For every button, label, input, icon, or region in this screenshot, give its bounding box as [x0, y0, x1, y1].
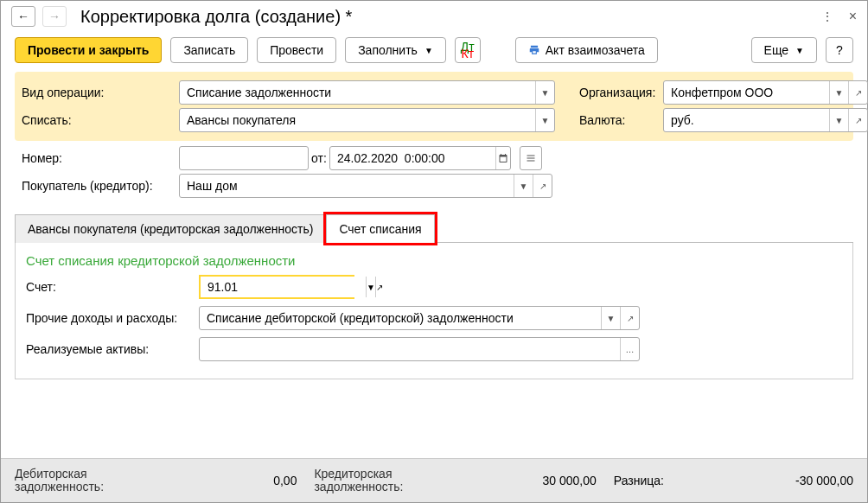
other-income-label: Прочие доходы и расходы:: [26, 311, 199, 325]
assets-label: Реализуемые активы:: [26, 342, 199, 356]
post-button[interactable]: Провести: [257, 37, 336, 63]
dropdown-icon[interactable]: ▼: [829, 109, 848, 131]
org-label: Организация:: [572, 86, 663, 99]
kebab-icon[interactable]: ⋮: [821, 10, 833, 23]
close-icon[interactable]: ×: [849, 9, 857, 24]
dropdown-icon[interactable]: ▼: [535, 109, 554, 131]
section-title: Счет списания кредиторской задолженности: [26, 253, 842, 268]
buyer-label: Покупатель (кредитор):: [15, 179, 179, 193]
chevron-down-icon: ▼: [424, 46, 433, 55]
currency-input[interactable]: [664, 109, 829, 131]
other-income-input[interactable]: [200, 307, 601, 329]
printer-icon: [528, 44, 540, 56]
dropdown-icon[interactable]: ▼: [514, 175, 533, 197]
calendar-icon[interactable]: [495, 147, 510, 169]
open-icon[interactable]: ↗: [848, 109, 867, 131]
currency-label: Валюта:: [572, 113, 663, 127]
offset-act-button[interactable]: Акт взаимозачета: [515, 37, 658, 63]
buyer-input[interactable]: [180, 175, 514, 197]
save-button[interactable]: Записать: [170, 37, 248, 63]
help-button[interactable]: ?: [826, 37, 853, 63]
date-label: от:: [309, 151, 329, 165]
diff-value: -30 000,00: [795, 474, 853, 487]
account-input[interactable]: [201, 277, 366, 297]
dtkt-button[interactable]: ДтКт: [455, 37, 481, 63]
tab-advances[interactable]: Авансы покупателя (кредиторская задолжен…: [15, 214, 326, 243]
nav-forward-button[interactable]: →: [42, 6, 67, 27]
page-title: Корректировка долга (создание) *: [80, 7, 352, 27]
open-icon[interactable]: ↗: [375, 277, 383, 297]
assets-input[interactable]: [200, 338, 620, 360]
debit-value: 0,00: [273, 474, 297, 487]
post-and-close-button[interactable]: Провести и закрыть: [15, 37, 162, 63]
more-button[interactable]: Еще▼: [751, 37, 817, 63]
account-label: Счет:: [26, 280, 199, 294]
open-icon[interactable]: ↗: [533, 175, 552, 197]
open-icon[interactable]: ↗: [620, 307, 639, 329]
writeoff-label: Списать:: [15, 113, 179, 127]
dropdown-icon[interactable]: ▼: [535, 81, 554, 104]
writeoff-input[interactable]: [180, 109, 535, 131]
list-icon-button[interactable]: [520, 146, 542, 170]
dropdown-icon[interactable]: ▼: [829, 81, 848, 104]
chevron-down-icon: ▼: [795, 46, 804, 55]
tab-writeoff-account[interactable]: Счет списания: [326, 214, 434, 243]
ellipsis-icon[interactable]: …: [620, 338, 639, 360]
debit-label: Дебиторскаязадолженность:: [15, 468, 104, 493]
nav-back-button[interactable]: ←: [11, 6, 35, 27]
diff-label: Разница:: [614, 474, 664, 487]
op-type-input[interactable]: [180, 81, 535, 104]
credit-value: 30 000,00: [543, 474, 597, 487]
org-input[interactable]: [664, 81, 829, 104]
credit-label: Кредиторскаязадолженность:: [314, 468, 403, 493]
date-input[interactable]: [330, 147, 495, 169]
number-label: Номер:: [15, 151, 179, 165]
dropdown-icon[interactable]: ▼: [601, 307, 620, 329]
fill-button[interactable]: Заполнить▼: [345, 37, 446, 63]
dropdown-icon[interactable]: ▼: [366, 277, 375, 297]
op-type-label: Вид операции:: [15, 86, 179, 99]
open-icon[interactable]: ↗: [848, 81, 867, 104]
